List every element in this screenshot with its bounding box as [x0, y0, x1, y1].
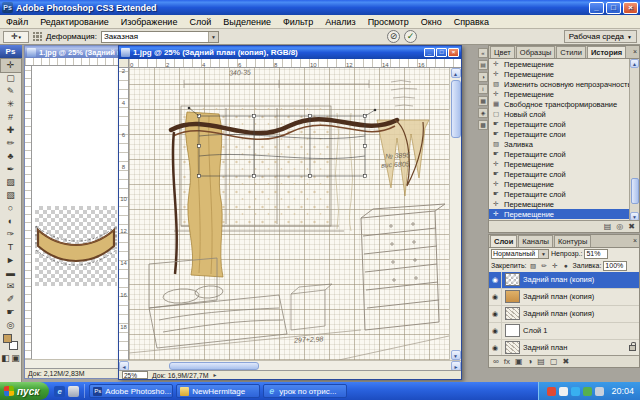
layer-row[interactable]: ◉ Задний план (копия) — [489, 272, 639, 289]
blur-tool[interactable]: ○ — [1, 202, 21, 215]
status-options-icon[interactable]: ► — [213, 372, 218, 378]
maximize-button[interactable]: □ — [606, 2, 621, 14]
scroll-down-icon[interactable]: ▼ — [630, 212, 639, 220]
hand-tool[interactable]: ☛ — [1, 306, 21, 319]
menu-item[interactable]: Слой — [183, 17, 217, 27]
history-item[interactable]: ▨ Заливка — [489, 139, 629, 149]
history-item[interactable]: ✛ Перемещение — [489, 89, 629, 99]
scroll-right-icon[interactable]: ► — [451, 361, 461, 371]
panel-tab[interactable]: Каналы — [518, 235, 553, 247]
scrollbar-thumb[interactable] — [169, 362, 259, 370]
shape-tool[interactable]: ▬ — [1, 267, 21, 280]
layer-row[interactable]: ◉ Задний план — [489, 340, 639, 356]
healing-brush-tool[interactable]: ✚ — [1, 124, 21, 137]
start-button[interactable]: пуск — [0, 382, 49, 400]
dock-panel-icon[interactable]: ◈ — [478, 108, 488, 118]
menu-item[interactable]: Фильтр — [277, 17, 319, 27]
dock-panel-icon[interactable]: ▤ — [478, 60, 488, 70]
document-canvas[interactable]: 340-35№ 3895вис 6805297+2,98 — [129, 68, 449, 360]
warp-style-select[interactable]: Заказная ▼ — [101, 31, 219, 43]
history-item[interactable]: ✛ Перемещение — [489, 209, 629, 219]
horizontal-scrollbar[interactable] — [25, 359, 119, 368]
menu-item[interactable]: Окно — [415, 17, 448, 27]
scroll-down-icon[interactable]: ▼ — [451, 350, 461, 360]
scrollbar-thumb[interactable] — [631, 178, 639, 204]
layer-row[interactable]: ◉ Слой 1 — [489, 323, 639, 340]
panel-tab[interactable]: Стили — [556, 46, 586, 58]
history-item[interactable]: ☛ Перетащите слои — [489, 129, 629, 139]
tray-icon[interactable] — [583, 387, 592, 396]
tray-icon[interactable] — [571, 387, 580, 396]
dock-panel-icon[interactable]: ◑ — [478, 72, 488, 82]
document-titlebar[interactable]: 1.jpg @ 25% (Задний пла — [25, 46, 119, 58]
panel-close-icon[interactable]: × — [633, 46, 637, 58]
magic-wand-tool[interactable]: ✳ — [1, 98, 21, 111]
adjustment-layer-icon[interactable]: ◑ — [528, 357, 533, 366]
pen-tool[interactable]: ✑ — [1, 228, 21, 241]
panel-close-icon[interactable]: × — [633, 235, 637, 247]
screen-mode-button[interactable]: ▣ — [11, 352, 21, 365]
taskbar-task-button[interactable]: NewHermitage — [176, 384, 260, 398]
minimize-button[interactable]: _ — [424, 48, 435, 57]
restore-button[interactable]: □ — [436, 48, 447, 57]
history-item[interactable]: ▧ Изменить основную непрозрачность — [489, 79, 629, 89]
dock-panel-icon[interactable]: « — [478, 48, 488, 58]
menu-item[interactable]: Редактирование — [34, 17, 115, 27]
fill-field[interactable]: 100% — [603, 261, 627, 271]
history-item[interactable]: ✛ Перемещение — [489, 199, 629, 209]
taskbar-clock[interactable]: 20:04 — [607, 386, 634, 396]
layer-mask-icon[interactable]: ▣ — [515, 357, 523, 366]
reference-point-icon[interactable] — [33, 32, 42, 41]
history-item[interactable]: ✛ Перемещение — [489, 159, 629, 169]
link-layers-icon[interactable]: ∞ — [493, 357, 499, 366]
ps-logo[interactable]: Ps — [0, 45, 22, 59]
new-snapshot-icon[interactable]: ◎ — [616, 222, 623, 231]
scroll-up-icon[interactable]: ▲ — [630, 59, 639, 68]
history-item[interactable]: ☛ Перетащите слой — [489, 149, 629, 159]
history-item[interactable]: ✛ Перемещение — [489, 179, 629, 189]
app-titlebar[interactable]: Ps Adobe Photoshop CS3 Extended _ □ × — [0, 0, 640, 15]
move-tool[interactable]: ✛ — [1, 59, 21, 72]
clone-stamp-tool[interactable]: ♣ — [1, 150, 21, 163]
visibility-eye-icon[interactable]: ◉ — [489, 323, 502, 340]
close-button[interactable]: × — [448, 48, 459, 57]
visibility-eye-icon[interactable]: ◉ — [489, 306, 502, 323]
zoom-tool[interactable]: ◎ — [1, 319, 21, 332]
notes-tool[interactable]: ✉ — [1, 280, 21, 293]
tray-icon[interactable] — [559, 387, 568, 396]
history-item[interactable]: ☛ Перетащите слой — [489, 119, 629, 129]
new-layer-icon[interactable]: ▢ — [550, 357, 558, 366]
panel-tab[interactable]: История — [587, 46, 626, 58]
layer-row[interactable]: ◉ Задний план (копия) — [489, 306, 639, 323]
eraser-tool[interactable]: ▨ — [1, 176, 21, 189]
scroll-up-icon[interactable]: ▲ — [451, 68, 461, 78]
document-canvas[interactable] — [32, 66, 119, 359]
vertical-scrollbar[interactable]: ▲ ▼ — [449, 68, 461, 360]
history-item[interactable]: ✛ Перемещение — [489, 69, 629, 79]
menu-item[interactable]: Файл — [0, 17, 34, 27]
workspace-button[interactable]: Рабочая среда ▼ — [564, 30, 637, 43]
show-desktop-icon[interactable] — [68, 386, 79, 397]
scrollbar-thumb[interactable] — [451, 80, 461, 138]
panel-tab[interactable]: Образцы — [516, 46, 556, 58]
brush-tool[interactable]: ✏ — [1, 137, 21, 150]
gradient-tool[interactable]: ▧ — [1, 189, 21, 202]
taskbar-task-button[interactable]: e урок по отрис... — [263, 384, 347, 398]
scroll-left-icon[interactable]: ◄ — [119, 361, 129, 371]
opacity-field[interactable]: 51% — [584, 249, 608, 259]
quick-mask-button[interactable]: ◧ — [1, 352, 11, 365]
dock-panel-icon[interactable]: ▩ — [478, 120, 488, 130]
crop-tool[interactable]: # — [1, 111, 21, 124]
delete-state-icon[interactable]: ✖ — [628, 222, 635, 231]
tray-icon[interactable] — [595, 387, 604, 396]
document-titlebar[interactable]: 1.jpg @ 25% (Задний план (копия), RGB/8)… — [119, 46, 461, 59]
type-tool[interactable]: T — [1, 241, 21, 254]
blend-mode-select[interactable]: Нормальный ▼ — [491, 249, 549, 259]
path-selection-tool[interactable]: ► — [1, 254, 21, 267]
history-item[interactable]: ☛ Перетащите слой — [489, 169, 629, 179]
dock-panel-icon[interactable]: i — [478, 84, 488, 94]
tray-icon[interactable] — [547, 387, 556, 396]
history-brush-tool[interactable]: ✒ — [1, 163, 21, 176]
eyedropper-tool[interactable]: ✐ — [1, 293, 21, 306]
lasso-tool[interactable]: ✎ — [1, 85, 21, 98]
